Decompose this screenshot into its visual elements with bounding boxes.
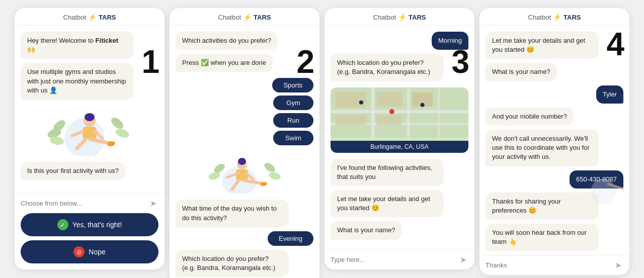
bot-bubble-found: I've found the following activities, tha… [331,159,444,186]
run-option[interactable]: Run [273,113,313,128]
bolt-icon: ⚡ [243,13,252,21]
svg-point-17 [263,161,277,174]
bot-bubble-activities: Which activities do you prefer? [176,32,278,50]
user-bubble-tyler: Tyler [596,85,623,104]
yes-button[interactable]: ✓ Yes, that's right! [21,213,158,236]
bot-bubble-thanks-prefs: Thanks for sharing your preferences 😊 [486,193,599,220]
nope-label: Nope [89,248,105,256]
svg-rect-37 [376,115,402,125]
panel1-action-buttons: ✓ Yes, that's right! ⊘ Nope [15,213,165,269]
yes-label: Yes, that's right! [72,221,122,229]
bot-bubble-question: Is this your first activity with us? [21,162,125,180]
panel-1: Chatbot ⚡ TARS 1 Hey there! Welcome to F… [15,8,165,269]
panel2-header: Chatbot ⚡ TARS [170,8,319,26]
panels-container: Chatbot ⚡ TARS 1 Hey there! Welcome to F… [15,8,629,278]
panel2-body: 2 Which activities do you prefer? Press … [170,26,319,278]
swim-option[interactable]: Swim [273,131,313,145]
svg-rect-31 [407,87,410,138]
chatbot-label: Chatbot [218,14,242,21]
panel1-input[interactable] [21,200,144,207]
step-number-1: 1 [141,46,159,78]
gym-option[interactable]: Gym [273,96,313,110]
tars-label: TARS [99,14,116,21]
bolt-icon: ⚡ [553,13,561,21]
nope-button[interactable]: ⊘ Nope [21,240,158,263]
panel4-send-button[interactable]: ➤ [613,259,623,271]
svg-point-5 [114,127,130,140]
panel4-body: 4 Let me take your details and get you s… [479,26,629,255]
panel1-send-button[interactable]: ➤ [148,198,158,209]
svg-point-40 [421,103,425,107]
map-location-label: Burlingame, CA, USA [331,141,468,153]
panel4-input[interactable] [486,261,609,269]
user-bubble-morning: Morning [432,32,468,50]
panel4-input-row: ➤ [479,255,629,275]
map-box: Burlingame, CA, USA [331,87,468,153]
nope-icon: ⊘ [73,246,85,257]
bot-bubble-mobile: And your mobile number? [486,108,574,126]
panel1-body: 1 Hey there! Welcome to Fiticket 🙌 Use m… [15,26,165,193]
panel1-input-row: ➤ [15,193,165,213]
sports-option[interactable]: Sports [272,78,313,92]
bot-bubble-details: Let me take your details and get you sta… [331,190,444,217]
panel-3: Chatbot ⚡ TARS 3 Morning Which location … [325,8,474,269]
chatbot-label: Chatbot [63,14,87,21]
bot-bubble-hear-back: You will soon hear back from our team 👆 [486,224,599,251]
bolt-icon: ⚡ [398,13,407,21]
check-icon: ✓ [57,219,68,230]
svg-point-4 [109,116,125,131]
panel3-header: Chatbot ⚡ TARS [325,8,474,26]
tars-label: TARS [564,14,581,21]
step-number-2: 2 [296,46,314,78]
svg-rect-8 [83,127,97,139]
bot-bubble-location: Which location do you prefer? (e.g. Band… [331,54,444,81]
panel-4: Chatbot ⚡ TARS 4 Let me take your detail… [479,8,629,275]
svg-rect-36 [336,115,366,125]
illustration-2 [176,153,313,194]
bolt-icon: ⚡ [88,13,97,21]
panel3-input[interactable] [331,256,454,263]
user-bubble-phone: 650-430-8087 [570,170,623,189]
tars-label: TARS [254,14,271,21]
illustration-1 [21,106,158,156]
svg-point-41 [359,100,363,104]
bot-bubble-name: What is your name? [331,221,402,239]
panel3-send-button[interactable]: ➤ [458,254,468,265]
svg-rect-34 [376,92,402,106]
panel1-header: Chatbot ⚡ TARS [15,8,165,26]
bot-bubble-getstarted: Let me take your details and get you sta… [486,32,599,59]
svg-point-7 [85,113,95,121]
activity-options: Sports Gym Run Swim [176,78,313,145]
panel4-header: Chatbot ⚡ TARS [479,8,629,26]
bot-bubble: Use multiple gyms and studios with just … [21,63,134,100]
bot-bubble-press: Press ✅ when you are done [176,54,273,72]
panel3-input-row: ➤ [325,249,474,269]
svg-point-18 [268,171,282,181]
bot-bubble-time: What time of the day you wish to do this… [176,200,289,227]
step-number-3: 3 [451,46,469,78]
chatbot-label: Chatbot [528,14,551,21]
svg-rect-33 [336,92,366,107]
bot-bubble-name-q: What is your name? [486,63,557,81]
svg-point-20 [238,158,246,165]
panel-2: Chatbot ⚡ TARS 2 Which activities do you… [170,8,319,278]
panel3-body: 3 Morning Which location do you prefer? … [325,26,474,249]
tars-label: TARS [409,14,426,21]
svg-rect-30 [371,87,374,138]
svg-rect-32 [438,87,440,138]
bot-bubble-location: Which location do you prefer? (e.g. Band… [176,250,289,277]
svg-rect-28 [331,110,468,113]
bot-bubble-disclaimer: We don't call unnecessarily. We'll use t… [486,130,599,166]
evening-option[interactable]: Evening [268,231,313,246]
chatbot-label: Chatbot [373,14,396,21]
step-number-4: 4 [606,28,624,60]
svg-rect-21 [236,169,248,180]
bot-bubble: Hey there! Welcome to Fiticket 🙌 [21,32,134,59]
